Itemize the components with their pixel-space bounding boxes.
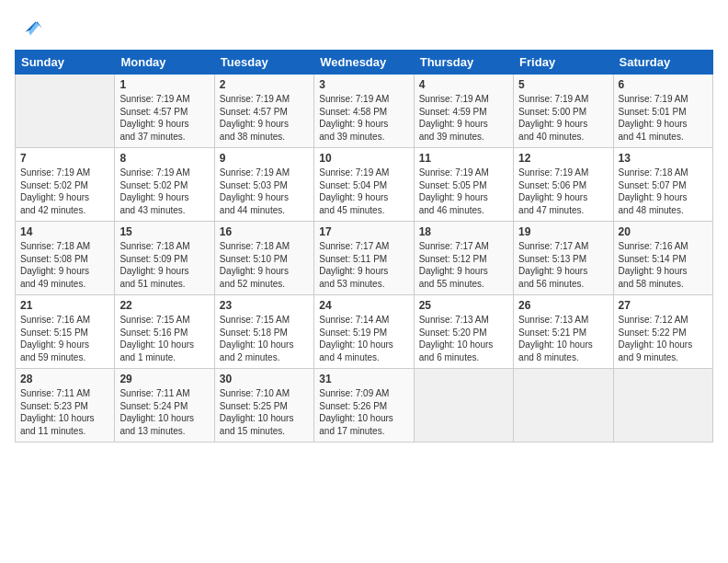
day-info: Sunrise: 7:16 AM Sunset: 5:15 PM Dayligh…	[20, 314, 109, 363]
week-row-3: 14Sunrise: 7:18 AM Sunset: 5:08 PM Dayli…	[16, 222, 713, 295]
day-cell: 22Sunrise: 7:15 AM Sunset: 5:16 PM Dayli…	[115, 295, 214, 369]
day-cell: 4Sunrise: 7:19 AM Sunset: 4:59 PM Daylig…	[414, 75, 513, 148]
day-info: Sunrise: 7:19 AM Sunset: 5:00 PM Dayligh…	[518, 93, 608, 143]
day-cell: 26Sunrise: 7:13 AM Sunset: 5:21 PM Dayli…	[514, 295, 613, 369]
day-cell	[613, 369, 712, 442]
logo	[15, 15, 44, 40]
day-info: Sunrise: 7:11 AM Sunset: 5:23 PM Dayligh…	[20, 387, 109, 437]
header-row: SundayMondayTuesdayWednesdayThursdayFrid…	[16, 51, 713, 75]
day-number: 27	[619, 299, 708, 312]
day-cell: 25Sunrise: 7:13 AM Sunset: 5:20 PM Dayli…	[414, 295, 513, 369]
day-info: Sunrise: 7:15 AM Sunset: 5:18 PM Dayligh…	[220, 314, 309, 363]
day-number: 26	[518, 299, 608, 312]
day-number: 10	[319, 152, 408, 165]
day-cell: 5Sunrise: 7:19 AM Sunset: 5:00 PM Daylig…	[514, 75, 613, 148]
day-cell: 3Sunrise: 7:19 AM Sunset: 4:58 PM Daylig…	[314, 75, 414, 148]
calendar-body: 1Sunrise: 7:19 AM Sunset: 4:57 PM Daylig…	[16, 75, 713, 442]
day-cell: 16Sunrise: 7:18 AM Sunset: 5:10 PM Dayli…	[214, 222, 313, 295]
day-number: 4	[419, 78, 508, 91]
day-info: Sunrise: 7:19 AM Sunset: 5:04 PM Dayligh…	[319, 167, 408, 216]
day-number: 6	[619, 78, 708, 91]
day-info: Sunrise: 7:18 AM Sunset: 5:10 PM Dayligh…	[220, 240, 309, 290]
calendar-header: SundayMondayTuesdayWednesdayThursdayFrid…	[16, 51, 713, 75]
week-row-5: 28Sunrise: 7:11 AM Sunset: 5:23 PM Dayli…	[16, 369, 713, 442]
day-number: 15	[119, 225, 209, 238]
day-info: Sunrise: 7:19 AM Sunset: 4:58 PM Dayligh…	[319, 93, 408, 143]
day-info: Sunrise: 7:19 AM Sunset: 5:02 PM Dayligh…	[20, 167, 109, 216]
day-cell: 30Sunrise: 7:10 AM Sunset: 5:25 PM Dayli…	[214, 369, 313, 442]
day-cell: 28Sunrise: 7:11 AM Sunset: 5:23 PM Dayli…	[16, 369, 115, 442]
day-cell: 20Sunrise: 7:16 AM Sunset: 5:14 PM Dayli…	[613, 222, 712, 295]
week-row-4: 21Sunrise: 7:16 AM Sunset: 5:15 PM Dayli…	[16, 295, 713, 369]
day-number: 18	[419, 225, 508, 238]
header-cell-tuesday: Tuesday	[214, 51, 313, 75]
day-info: Sunrise: 7:10 AM Sunset: 5:25 PM Dayligh…	[220, 387, 309, 437]
day-info: Sunrise: 7:13 AM Sunset: 5:20 PM Dayligh…	[419, 314, 508, 363]
day-info: Sunrise: 7:17 AM Sunset: 5:13 PM Dayligh…	[518, 240, 608, 290]
day-info: Sunrise: 7:15 AM Sunset: 5:16 PM Dayligh…	[119, 314, 209, 363]
day-number: 7	[20, 152, 109, 165]
day-cell: 27Sunrise: 7:12 AM Sunset: 5:22 PM Dayli…	[613, 295, 712, 369]
logo-icon	[18, 15, 44, 40]
day-cell: 10Sunrise: 7:19 AM Sunset: 5:04 PM Dayli…	[314, 148, 414, 222]
day-number: 1	[119, 78, 209, 91]
day-cell: 19Sunrise: 7:17 AM Sunset: 5:13 PM Dayli…	[514, 222, 613, 295]
day-info: Sunrise: 7:19 AM Sunset: 5:05 PM Dayligh…	[419, 167, 508, 216]
day-info: Sunrise: 7:19 AM Sunset: 5:02 PM Dayligh…	[119, 167, 209, 216]
day-cell: 6Sunrise: 7:19 AM Sunset: 5:01 PM Daylig…	[613, 75, 712, 148]
day-cell: 31Sunrise: 7:09 AM Sunset: 5:26 PM Dayli…	[314, 369, 414, 442]
day-info: Sunrise: 7:16 AM Sunset: 5:14 PM Dayligh…	[619, 240, 708, 290]
day-info: Sunrise: 7:18 AM Sunset: 5:07 PM Dayligh…	[619, 167, 708, 216]
header-cell-saturday: Saturday	[613, 51, 712, 75]
day-number: 9	[220, 152, 309, 165]
day-number: 25	[419, 299, 508, 312]
day-info: Sunrise: 7:09 AM Sunset: 5:26 PM Dayligh…	[319, 387, 408, 437]
day-number: 17	[319, 225, 408, 238]
day-cell	[414, 369, 513, 442]
day-number: 3	[319, 78, 408, 91]
day-cell: 7Sunrise: 7:19 AM Sunset: 5:02 PM Daylig…	[16, 148, 115, 222]
day-number: 21	[20, 299, 109, 312]
header-cell-sunday: Sunday	[16, 51, 115, 75]
day-number: 11	[419, 152, 508, 165]
day-info: Sunrise: 7:17 AM Sunset: 5:12 PM Dayligh…	[419, 240, 508, 290]
week-row-1: 1Sunrise: 7:19 AM Sunset: 4:57 PM Daylig…	[16, 75, 713, 148]
calendar-table: SundayMondayTuesdayWednesdayThursdayFrid…	[15, 50, 713, 442]
day-number: 19	[518, 225, 608, 238]
day-number: 16	[220, 225, 309, 238]
day-cell	[16, 75, 115, 148]
day-info: Sunrise: 7:19 AM Sunset: 4:57 PM Dayligh…	[119, 93, 209, 143]
day-info: Sunrise: 7:19 AM Sunset: 4:57 PM Dayligh…	[220, 93, 309, 143]
day-info: Sunrise: 7:19 AM Sunset: 5:06 PM Dayligh…	[518, 167, 608, 216]
day-cell: 14Sunrise: 7:18 AM Sunset: 5:08 PM Dayli…	[16, 222, 115, 295]
day-cell: 17Sunrise: 7:17 AM Sunset: 5:11 PM Dayli…	[314, 222, 414, 295]
day-info: Sunrise: 7:11 AM Sunset: 5:24 PM Dayligh…	[119, 387, 209, 437]
day-number: 13	[619, 152, 708, 165]
day-cell: 11Sunrise: 7:19 AM Sunset: 5:05 PM Dayli…	[414, 148, 513, 222]
day-cell: 18Sunrise: 7:17 AM Sunset: 5:12 PM Dayli…	[414, 222, 513, 295]
day-cell: 2Sunrise: 7:19 AM Sunset: 4:57 PM Daylig…	[214, 75, 313, 148]
header-cell-thursday: Thursday	[414, 51, 513, 75]
day-cell: 29Sunrise: 7:11 AM Sunset: 5:24 PM Dayli…	[115, 369, 214, 442]
day-number: 28	[20, 373, 109, 385]
day-cell: 13Sunrise: 7:18 AM Sunset: 5:07 PM Dayli…	[613, 148, 712, 222]
day-number: 2	[220, 78, 309, 91]
day-info: Sunrise: 7:19 AM Sunset: 5:01 PM Dayligh…	[619, 93, 708, 143]
page-container: SundayMondayTuesdayWednesdayThursdayFrid…	[0, 0, 728, 450]
day-number: 5	[518, 78, 608, 91]
day-number: 23	[220, 299, 309, 312]
logo-text-block	[15, 15, 44, 40]
day-cell: 21Sunrise: 7:16 AM Sunset: 5:15 PM Dayli…	[16, 295, 115, 369]
day-number: 24	[319, 299, 408, 312]
header-cell-monday: Monday	[115, 51, 214, 75]
day-info: Sunrise: 7:18 AM Sunset: 5:09 PM Dayligh…	[119, 240, 209, 290]
day-number: 8	[119, 152, 209, 165]
week-row-2: 7Sunrise: 7:19 AM Sunset: 5:02 PM Daylig…	[16, 148, 713, 222]
day-number: 30	[220, 373, 309, 385]
day-number: 29	[119, 373, 209, 385]
header-cell-friday: Friday	[514, 51, 613, 75]
header	[15, 15, 713, 40]
day-number: 14	[20, 225, 109, 238]
day-cell: 12Sunrise: 7:19 AM Sunset: 5:06 PM Dayli…	[514, 148, 613, 222]
header-cell-wednesday: Wednesday	[314, 51, 414, 75]
